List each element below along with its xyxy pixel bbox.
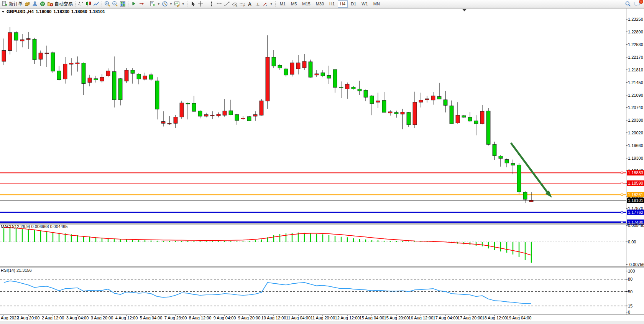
candle-body [125,70,128,81]
auto-scroll-button[interactable] [130,0,138,8]
svg-text:A: A [248,2,251,7]
macd-axis-label: 0.005493 [628,223,644,228]
dropdown-caret-icon[interactable]: ▼ [169,2,172,6]
cursor-button[interactable] [189,0,197,8]
rsi-axis-label: 15 [628,304,632,308]
expert-icon [32,1,38,7]
candle-body [401,112,404,114]
timeframe-m30[interactable]: M30 [314,0,326,8]
line-chart-button[interactable] [92,0,100,8]
profiles-icon [162,1,168,7]
ohlc-open: 1.18060 [36,9,52,14]
hline-anchor[interactable] [621,221,623,223]
chart-canvas[interactable]: 1.232501.228901.225301.221701.218101.214… [0,0,644,324]
candle-body [39,53,43,59]
toolbar-separator [275,1,276,7]
signals-button[interactable] [39,0,46,8]
macd-indicator-label: MACD(12,26,9) 0.006968 0.004465 [1,224,67,229]
price-tick-label: 1.21810 [628,68,643,72]
time-axis-label: 9 Aug 20:00 [238,316,261,320]
time-axis-label: 16 Aug 12:00 [409,316,434,320]
candle-body [131,70,135,73]
time-axis-label: 3 Aug 04:00 [66,316,89,320]
vertical-line-button[interactable] [208,0,215,8]
candle-body [174,117,177,123]
timeframe-m1[interactable]: M1 [278,0,288,8]
hline-anchor[interactable] [621,182,623,184]
text-label-icon: T [255,1,261,7]
tile-icon [120,1,126,7]
timeframe-h4[interactable]: H4 [338,0,348,8]
candle-body [26,38,30,40]
search-icon [625,1,631,7]
expert-advisors-button[interactable] [31,0,39,8]
fibonacci-button[interactable]: F [238,0,246,8]
hline-anchor[interactable] [621,211,623,213]
candle-body [450,106,453,124]
timeframe-mn[interactable]: MN [371,0,382,8]
zoom-in-button[interactable] [104,0,111,8]
templates-button[interactable]: ▼ [173,0,186,8]
candle-body [76,63,79,64]
zoom-in-icon [104,1,110,7]
profiles-button[interactable]: ▼ [161,0,173,8]
candle-body [2,51,6,61]
time-axis-label: 4 Aug 12:00 [115,316,138,320]
rsi-axis-label: 100 [628,269,635,273]
timeframe-h1[interactable]: H1 [327,0,337,8]
signal-icon [39,1,46,7]
horizontal-line-button[interactable] [215,0,223,8]
candle-body [204,114,208,116]
autoscroll-icon [131,1,137,7]
crosshair-button[interactable] [197,0,204,8]
time-axis-label: 3 Aug 20:00 [91,316,113,320]
candle-body [161,122,165,124]
time-axis-label: 5 Aug 04:00 [140,316,163,320]
rsi-indicator-label: RSI(14) 21.3156 [1,268,32,273]
candle-body [493,144,496,155]
candle-body [444,100,447,106]
notifications-button[interactable]: 1 [633,0,641,8]
time-axis-label: 17 Aug 20:00 [458,316,483,320]
candle-body [57,71,61,80]
hline-anchor[interactable] [621,194,623,196]
svg-text:T: T [256,2,259,6]
zoom-out-button[interactable] [111,0,119,8]
crosshair-icon [197,1,204,7]
candle-chart-button[interactable] [85,0,92,8]
candle-body [51,53,55,71]
new-order-button[interactable]: 新订单 [1,0,23,8]
macd-axis-label: 0.00 [628,240,636,244]
toolbar-separator [206,1,206,7]
candle-body [272,57,276,66]
arrows-tool-button[interactable]: ▼ [261,0,274,8]
notification-badge: 1 [639,0,643,4]
chart-expand-icon[interactable] [2,11,5,13]
timeframe-d1[interactable]: D1 [348,0,358,8]
tile-windows-button[interactable] [119,0,127,8]
equidistant-channel-button[interactable]: E [231,0,238,8]
text-button[interactable]: A [246,0,254,8]
new-chart-button[interactable]: ▼ [149,0,161,8]
dropdown-caret-icon[interactable]: ▼ [157,2,160,6]
dropdown-caret-icon[interactable]: ▼ [270,2,273,6]
timeframe-w1[interactable]: W1 [359,0,370,8]
vline-icon [209,1,215,7]
dropdown-caret-icon[interactable]: ▼ [182,2,185,6]
candles-icon [85,1,92,7]
autotrading-button[interactable]: 自动交易 [46,0,74,8]
market-watch-button[interactable] [23,0,31,8]
candle-body [523,192,527,199]
timeframe-m15[interactable]: M15 [300,0,312,8]
chart-shift-button[interactable] [138,0,145,8]
trendline-button[interactable] [223,0,231,8]
candle-body [33,39,36,60]
text-label-button[interactable]: T [254,0,261,8]
price-tick-label: 1.22170 [628,55,643,60]
search-button[interactable] [624,0,632,8]
price-tick-label: 1.19300 [628,156,643,160]
hline-anchor[interactable] [621,172,623,174]
timeframe-m5[interactable]: M5 [289,0,299,8]
bar-chart-button[interactable] [77,0,85,8]
price-tick-label: 1.23250 [628,17,643,21]
